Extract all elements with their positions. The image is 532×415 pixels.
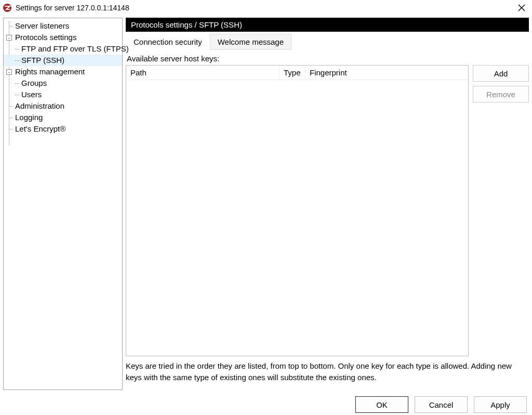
collapse-icon[interactable]: - (6, 35, 12, 41)
tree-item-label: Rights management (15, 67, 85, 76)
tab-connection-security[interactable]: Connection security (126, 34, 210, 50)
host-keys-hint: Keys are tried in the order they are lis… (126, 360, 529, 383)
apply-button[interactable]: Apply (474, 396, 527, 413)
main-panel: Protocols settings / SFTP (SSH) Connecti… (126, 18, 529, 390)
column-fingerprint[interactable]: Fingerprint (305, 66, 468, 80)
tree-item-users[interactable]: Users (4, 89, 122, 100)
host-keys-table[interactable]: Path Type Fingerprint (126, 65, 469, 356)
ok-button[interactable]: OK (355, 396, 408, 413)
panel-breadcrumb: Protocols settings / SFTP (SSH) (126, 18, 529, 32)
tree-item-label: FTP and FTP over TLS (FTPS) (21, 44, 129, 53)
tree-item-server-listeners[interactable]: Server listeners (4, 20, 122, 32)
tree-item-label: Logging (15, 113, 43, 122)
tree-item-protocols-settings[interactable]: - Protocols settings (4, 32, 122, 43)
tree-item-rights-management[interactable]: - Rights management (4, 66, 122, 77)
remove-button[interactable]: Remove (473, 86, 529, 102)
title-bar: Settings for server 127.0.0.1:14148 (0, 0, 532, 16)
tree-item-sftp-ssh[interactable]: SFTP (SSH) (4, 55, 122, 66)
cancel-button[interactable]: Cancel (415, 396, 468, 413)
add-button[interactable]: Add (473, 65, 529, 82)
tree-item-label: SFTP (SSH) (21, 56, 64, 64)
collapse-icon[interactable]: - (6, 69, 12, 75)
tree-item-label: Server listeners (15, 21, 69, 30)
tree-item-label: Users (21, 90, 42, 99)
close-icon (518, 4, 525, 11)
table-body[interactable] (126, 80, 468, 356)
dialog-footer: OK Cancel Apply (355, 396, 527, 413)
tab-bar: Connection security Welcome message (126, 34, 529, 50)
host-keys-label: Available server host keys: (127, 54, 529, 63)
table-header: Path Type Fingerprint (126, 66, 468, 80)
tree-item-lets-encrypt[interactable]: Let's Encrypt® (4, 123, 122, 135)
tree-item-administration[interactable]: Administration (4, 100, 122, 112)
window-title: Settings for server 127.0.0.1:14148 (16, 4, 514, 12)
tree-item-groups[interactable]: Groups (4, 77, 122, 89)
tree-item-label: Administration (15, 101, 64, 110)
tree-item-label: Groups (21, 79, 47, 87)
close-button[interactable] (514, 1, 529, 15)
column-type[interactable]: Type (280, 66, 305, 80)
tree-item-label: Protocols settings (15, 33, 76, 42)
tree-item-logging[interactable]: Logging (4, 112, 122, 123)
tree-item-ftp-ftps[interactable]: FTP and FTP over TLS (FTPS) (4, 43, 122, 55)
tree-item-label: Let's Encrypt® (15, 124, 65, 133)
app-icon (2, 3, 12, 13)
tab-welcome-message[interactable]: Welcome message (210, 34, 291, 50)
settings-tree[interactable]: Server listeners - Protocols settings FT… (3, 18, 123, 390)
column-path[interactable]: Path (126, 66, 280, 80)
